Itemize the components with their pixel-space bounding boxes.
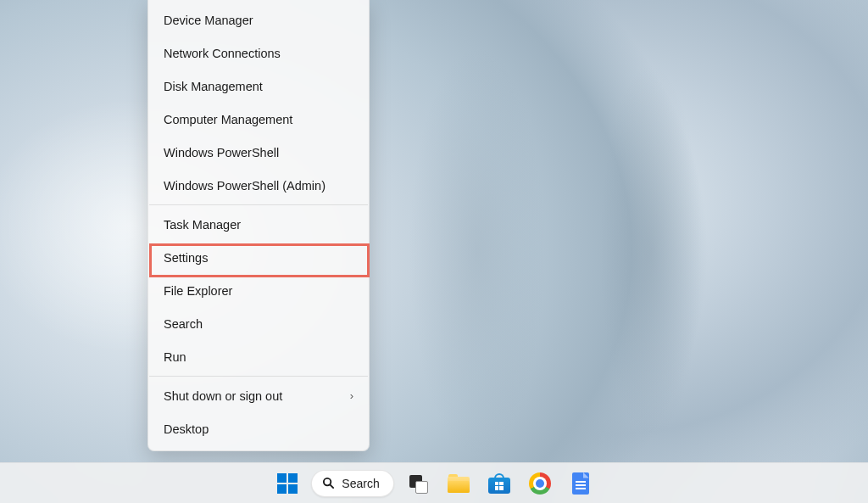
winx-context-menu: Device Manager Network Connections Disk … (147, 0, 370, 451)
menu-item-desktop[interactable]: Desktop (148, 412, 369, 445)
menu-item-run[interactable]: Run (148, 340, 369, 373)
menu-item-settings[interactable]: Settings (148, 241, 369, 274)
microsoft-store-button[interactable] (482, 467, 516, 500)
menu-separator (149, 204, 368, 205)
taskbar: Search (0, 462, 868, 503)
svg-line-1 (331, 485, 334, 489)
menu-item-device-manager[interactable]: Device Manager (148, 3, 369, 36)
google-docs-button[interactable] (564, 467, 598, 500)
menu-separator (149, 376, 368, 377)
menu-item-windows-powershell-admin[interactable]: Windows PowerShell (Admin) (148, 169, 369, 202)
start-button[interactable] (270, 467, 304, 500)
task-view-button[interactable] (401, 467, 435, 500)
desktop-wallpaper (0, 0, 868, 503)
windows-logo-icon (277, 473, 298, 494)
menu-item-disk-management[interactable]: Disk Management (148, 70, 369, 103)
menu-item-computer-management[interactable]: Computer Management (148, 103, 369, 136)
menu-item-windows-powershell[interactable]: Windows PowerShell (148, 136, 369, 169)
chevron-right-icon: › (350, 389, 353, 402)
docs-icon (572, 472, 589, 495)
menu-item-search[interactable]: Search (148, 307, 369, 340)
menu-item-file-explorer[interactable]: File Explorer (148, 274, 369, 307)
store-icon (488, 473, 510, 494)
menu-item-shut-down-sign-out[interactable]: Shut down or sign out › (148, 379, 369, 412)
taskbar-search-button[interactable]: Search (311, 470, 393, 497)
search-label: Search (342, 477, 379, 490)
task-view-icon (408, 473, 428, 494)
menu-item-network-connections[interactable]: Network Connections (148, 36, 369, 70)
folder-icon (448, 474, 470, 493)
search-icon (322, 477, 335, 489)
chrome-icon (529, 472, 551, 495)
chrome-button[interactable] (523, 467, 557, 500)
file-explorer-button[interactable] (442, 467, 476, 500)
menu-item-task-manager[interactable]: Task Manager (148, 208, 369, 241)
